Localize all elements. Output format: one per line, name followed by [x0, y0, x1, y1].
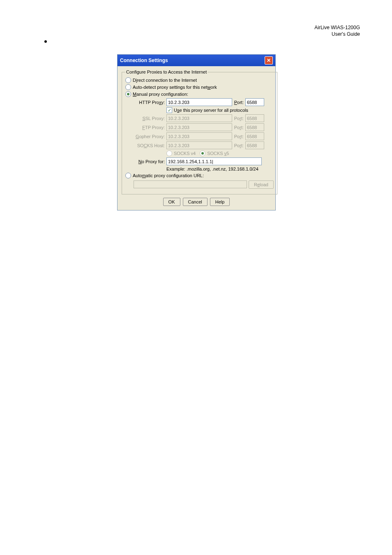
socks-label: SOCKS Host:	[134, 143, 165, 148]
ssl-host-input	[166, 114, 232, 122]
ok-button[interactable]: OK	[163, 198, 180, 206]
socks-version-row: SOCKS v4 SOCKS v5	[166, 150, 274, 156]
connection-settings-dialog: Connection Settings ✕ Configure Proxies …	[117, 54, 276, 210]
http-label: HTTP Proxy:	[134, 100, 165, 105]
radio-icon	[125, 91, 131, 97]
fieldset-legend: Configure Proxies to Access the Internet	[125, 69, 208, 74]
dialog-title: Connection Settings	[120, 58, 168, 63]
http-port-input[interactable]	[245, 98, 264, 106]
socks-port-input	[245, 141, 264, 149]
radio-manual[interactable]: Manual proxy configuration:	[125, 91, 274, 97]
radio-icon	[200, 150, 205, 156]
close-icon[interactable]: ✕	[265, 56, 273, 65]
socks-host-input	[166, 141, 232, 149]
header-doc: User's Guide	[314, 31, 360, 38]
port-label: Port:	[234, 125, 244, 130]
reload-button: Reload	[249, 180, 274, 189]
radio-auto-url-label: Automatic proxy configuration URL:	[133, 173, 204, 178]
port-label: Port:	[234, 143, 244, 148]
use-all-checkbox-row[interactable]: ✓ Use this proxy server for all protocol…	[166, 107, 274, 113]
dialog-buttons: OK Cancel Help	[122, 198, 271, 206]
radio-direct[interactable]: Direct connection to the Internet	[125, 77, 274, 83]
radio-manual-label: Manual proxy configuration:	[133, 92, 188, 97]
radio-socks-v5: SOCKS v5	[200, 150, 229, 156]
radio-auto-label: Auto-detect proxy settings for this netw…	[133, 85, 217, 90]
gopher-label: Gopher Proxy:	[134, 134, 165, 139]
ssl-port-input	[245, 114, 264, 122]
ssl-proxy-row: SSL Proxy: Port:	[134, 114, 274, 122]
radio-icon	[166, 150, 172, 156]
gopher-proxy-row: Gopher Proxy: Port:	[134, 132, 274, 140]
help-button[interactable]: Help	[210, 198, 230, 206]
radio-socks-v4: SOCKS v4	[166, 150, 196, 156]
port-label: Port:	[234, 116, 244, 121]
radio-icon	[125, 77, 131, 83]
ftp-label: FTP Proxy:	[134, 125, 165, 130]
no-proxy-input[interactable]	[166, 157, 262, 165]
radio-direct-label: Direct connection to the Internet	[133, 78, 197, 83]
cancel-button[interactable]: Cancel	[183, 198, 208, 206]
use-all-label: Use this proxy server for all protocols	[174, 108, 248, 113]
example-text: Example: .mozilla.org, .net.nz, 192.168.…	[166, 166, 274, 171]
http-proxy-row: HTTP Proxy: Port:	[134, 98, 274, 106]
bullet-point	[44, 40, 47, 43]
header-product: AirLive WIAS-1200G	[314, 25, 360, 31]
no-proxy-row: No Proxy for:	[134, 157, 274, 165]
ftp-host-input	[166, 123, 232, 131]
port-label: Port:	[234, 100, 244, 105]
checkbox-icon: ✓	[166, 107, 172, 113]
radio-auto-url[interactable]: Automatic proxy configuration URL:	[125, 173, 274, 178]
socks-host-row: SOCKS Host: Port:	[134, 141, 274, 149]
gopher-port-input	[245, 132, 264, 140]
radio-icon	[125, 173, 131, 178]
ftp-port-input	[245, 123, 264, 131]
no-proxy-label: No Proxy for:	[134, 159, 165, 164]
auto-url-row: Reload	[125, 180, 274, 189]
gopher-host-input	[166, 132, 232, 140]
auto-url-input	[134, 180, 247, 188]
port-label: Port:	[234, 134, 244, 139]
titlebar[interactable]: Connection Settings ✕	[118, 55, 275, 66]
ftp-proxy-row: FTP Proxy: Port:	[134, 123, 274, 131]
proxy-fieldset: Configure Proxies to Access the Internet…	[122, 69, 277, 194]
radio-auto-detect[interactable]: Auto-detect proxy settings for this netw…	[125, 84, 274, 90]
ssl-label: SSL Proxy:	[134, 116, 165, 121]
radio-icon	[125, 84, 131, 90]
http-host-input[interactable]	[166, 98, 232, 106]
